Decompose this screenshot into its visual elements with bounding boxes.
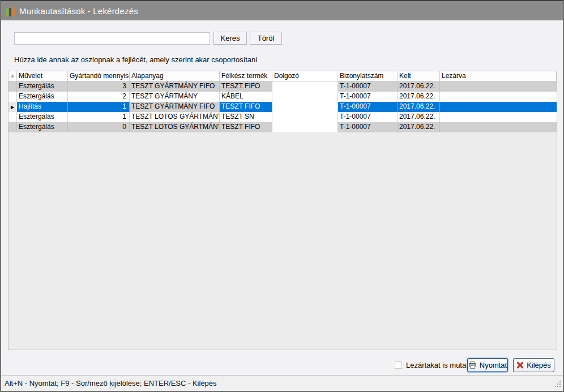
column-header-kelt[interactable]: Kelt	[398, 71, 440, 81]
show-closed-checkbox[interactable]	[395, 361, 402, 369]
grid-cell[interactable]: TESZT FIFO	[220, 102, 272, 112]
grid-cell[interactable]: TESZT FIFO	[220, 81, 272, 92]
column-header-felkesz-termek[interactable]: Félkész termék	[220, 71, 272, 81]
print-button-label: Nyomtat	[480, 361, 507, 369]
grid-cell[interactable]: T-1-00007	[338, 92, 398, 102]
column-header-lezarva[interactable]: Lezárva	[440, 71, 557, 81]
table-row[interactable]: Esztergálás 2 TESZT GYÁRTMÁNY KÁBEL T-1-…	[8, 92, 557, 102]
print-button[interactable]: Nyomtat	[467, 358, 508, 372]
asterisk-icon: ✳	[10, 74, 15, 79]
main-content: Keres Töröl Húzza ide annak az oszlopnak…	[1, 20, 563, 375]
close-x-icon	[516, 361, 524, 369]
exit-button[interactable]: Kilépés	[513, 358, 554, 372]
row-indicator	[8, 92, 17, 102]
window-title: Munkautasítások - Lekérdezés	[19, 6, 138, 16]
grid-cell[interactable]: 3	[68, 81, 130, 92]
grid-cell[interactable]: TESZT GYÁRTMÁNY	[130, 92, 220, 102]
grid-cell[interactable]: 2017.06.22.	[398, 122, 440, 132]
grid-cell[interactable]	[272, 102, 338, 112]
exit-button-label: Kilépés	[527, 361, 551, 369]
search-input[interactable]	[14, 32, 210, 45]
grid-cell[interactable]: Esztergálás	[17, 122, 68, 132]
table-row[interactable]: Esztergálás 1 TESZT LOTOS GYÁRTMÁNY TESZ…	[8, 112, 557, 122]
grid-cell[interactable]: T-1-00007	[338, 102, 398, 112]
grid-cell[interactable]	[272, 122, 338, 132]
books-app-icon	[6, 6, 14, 16]
grid-cell[interactable]: 2017.06.22.	[398, 102, 440, 112]
grid-cell[interactable]: TESZT GYÁRTMÁNY FIFO	[130, 81, 220, 92]
table-row-selected[interactable]: ▶ Hajlítás 1 TESZT GYÁRTMÁNY FIFO TESZT …	[8, 102, 557, 112]
grid-cell[interactable]: 2	[68, 92, 130, 102]
grid-cell[interactable]: TESZT FIFO	[220, 122, 272, 132]
row-indicator: ▶	[8, 102, 17, 112]
indicator-column-header: ✳	[8, 71, 17, 81]
grid-cell[interactable]: 2017.06.22.	[398, 92, 440, 102]
grid-cell[interactable]: TESZT LOTOS GYÁRTMÁNY	[130, 122, 220, 132]
grid-cell[interactable]: 0	[68, 122, 130, 132]
grid-cell[interactable]: Esztergálás	[17, 112, 68, 122]
grid-cell[interactable]: T-1-00007	[338, 112, 398, 122]
resize-grip[interactable]	[554, 381, 562, 390]
column-header-muvelet[interactable]: Művelet	[17, 71, 68, 81]
grid-cell[interactable]: 1	[68, 112, 130, 122]
grid-cell[interactable]: T-1-00007	[338, 81, 398, 92]
grid-cell[interactable]: KÁBEL	[220, 92, 272, 102]
row-indicator	[8, 81, 17, 92]
grid-cell[interactable]	[272, 81, 338, 92]
grid-header-row: ✳ Művelet Gyártandó mennyiség Alapanyag …	[8, 71, 557, 81]
grid-cell[interactable]: 2017.06.22.	[398, 112, 440, 122]
column-header-alapanyag[interactable]: Alapanyag	[130, 71, 220, 81]
grid-cell[interactable]	[272, 112, 338, 122]
grid-cell[interactable]: 2017.06.22.	[398, 81, 440, 92]
grid-cell[interactable]	[272, 92, 338, 102]
printer-icon	[468, 361, 477, 369]
title-bar[interactable]: Munkautasítások - Lekérdezés	[1, 1, 563, 20]
grid-cell[interactable]	[440, 102, 557, 112]
column-header-dolgozo[interactable]: Dolgozó	[272, 71, 338, 81]
grid-cell[interactable]: Esztergálás	[17, 81, 68, 92]
column-header-gyartando-mennyiseg[interactable]: Gyártandó mennyiség	[68, 71, 130, 81]
grid-cell[interactable]: Esztergálás	[17, 92, 68, 102]
table-row[interactable]: Esztergálás 0 TESZT LOTOS GYÁRTMÁNY TESZ…	[8, 122, 557, 132]
column-header-bizonylatszam[interactable]: Bizonylatszám	[338, 71, 398, 81]
current-row-arrow-icon: ▶	[11, 105, 14, 110]
grid-cell[interactable]: Hajlítás	[17, 102, 68, 112]
table-row[interactable]: Esztergálás 3 TESZT GYÁRTMÁNY FIFO TESZT…	[8, 81, 557, 92]
row-indicator	[8, 112, 17, 122]
grid-cell[interactable]: 1	[68, 102, 130, 112]
app-window: Munkautasítások - Lekérdezés Keres Töröl…	[0, 0, 564, 392]
grid-cell-focused[interactable]: TESZT GYÁRTMÁNY FIFO	[130, 102, 220, 112]
grid-cell[interactable]	[440, 81, 557, 92]
data-grid: ✳ Művelet Gyártandó mennyiség Alapanyag …	[8, 71, 557, 350]
search-button[interactable]: Keres	[213, 32, 247, 45]
status-text: Alt+N - Nyomtat; F9 - Sor/mező kijelölés…	[5, 379, 217, 387]
grid-cell[interactable]: TESZT LOTOS GYÁRTMÁNY	[130, 112, 220, 122]
group-by-panel[interactable]: Húzza ide annak az oszlopnak a fejlécét,…	[14, 55, 257, 64]
grid-cell[interactable]: TESZT SN	[220, 112, 272, 122]
grid-cell[interactable]	[440, 92, 557, 102]
status-bar: Alt+N - Nyomtat; F9 - Sor/mező kijelölés…	[1, 375, 563, 391]
grid-cell[interactable]	[440, 112, 557, 122]
grid-cell[interactable]	[440, 122, 557, 132]
grid-cell[interactable]: T-1-00007	[338, 122, 398, 132]
clear-button[interactable]: Töröl	[250, 32, 282, 45]
row-indicator	[8, 122, 17, 132]
